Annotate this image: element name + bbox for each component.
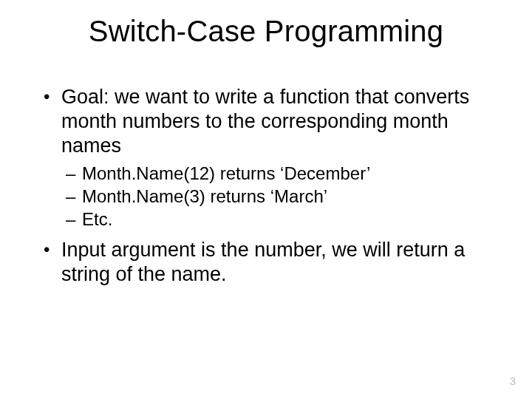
bullet-list-level1: Goal: we want to write a function that c… (41, 85, 491, 286)
slide-title: Switch-Case Programming (0, 15, 532, 48)
bullet-goal: Goal: we want to write a function that c… (41, 85, 491, 231)
subbullet-etc: Etc. (61, 208, 491, 230)
subbullet-example-december: Month.Name(12) returns ‘December’ (61, 163, 491, 184)
bullet-list-level2: Month.Name(12) returns ‘December’ Month.… (61, 163, 491, 231)
subbullet-example-march: Month.Name(3) returns ‘March’ (61, 185, 491, 207)
slide-body: Goal: we want to write a function that c… (41, 85, 491, 290)
bullet-goal-text: Goal: we want to write a function that c… (61, 86, 469, 157)
bullet-input-argument: Input argument is the number, we will re… (41, 238, 491, 287)
page-number: 3 (510, 375, 516, 387)
slide: Switch-Case Programming Goal: we want to… (0, 0, 532, 399)
